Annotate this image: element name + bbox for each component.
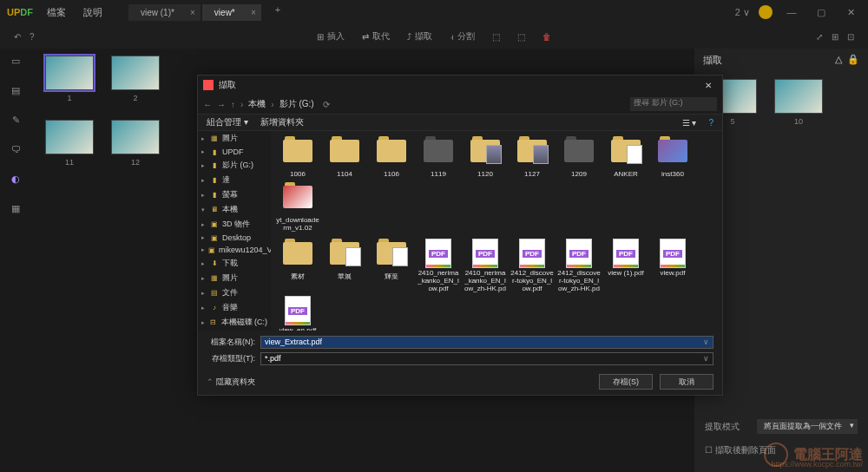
mode-select[interactable]: 將頁面提取為一個文件	[757, 419, 858, 434]
page-thumb[interactable]: 1	[45, 56, 94, 102]
left-thumb-panel: 121112	[31, 49, 214, 472]
view-icon-3[interactable]: ⊡	[847, 32, 854, 42]
folder-item[interactable]: 1209	[557, 136, 601, 179]
hide-folders-toggle[interactable]: 隱藏資料夾	[207, 377, 255, 388]
view-icon-2[interactable]: ⊞	[832, 32, 838, 42]
tool-icon-1[interactable]: ⬚	[492, 32, 500, 42]
file-item[interactable]: PDF2410_nerima_kanko_EN_low.pdf	[417, 239, 460, 292]
page-thumb[interactable]: 2	[111, 56, 160, 102]
menu-file[interactable]: 檔案	[47, 6, 66, 19]
undo-icon[interactable]: ↶	[14, 32, 21, 42]
tree-item[interactable]: ▸▦圖片	[198, 131, 271, 146]
filetype-select[interactable]: *.pdf∨	[260, 352, 713, 365]
organize-button[interactable]: 組合管理 ▾	[207, 116, 248, 128]
nav-up-button[interactable]: ↑	[231, 100, 235, 109]
sidebar-tool-2[interactable]: ▤	[9, 85, 23, 99]
page-thumb[interactable]: 11	[45, 120, 94, 167]
tree-item[interactable]: ▸⬇下載	[198, 256, 271, 271]
tree-item[interactable]: ▸▦圖片	[198, 271, 271, 285]
tab-view1[interactable]: view (1)*×	[128, 4, 201, 21]
tree-item[interactable]: ▸▮達	[198, 173, 271, 187]
view-mode-button[interactable]: ☰ ▾	[682, 118, 697, 128]
folder-tree[interactable]: ▸▦圖片▸▮UPDF▸▮影片 (G:)▸▮達▸▮螢幕▾🖥本機▸▣3D 物件▸▣D…	[198, 131, 271, 331]
app-logo: UPDF	[7, 7, 33, 17]
folder-item[interactable]: 素材	[276, 239, 319, 292]
nav-fwd-button[interactable]: →	[217, 100, 226, 109]
tree-item[interactable]: ▸▮螢幕	[198, 187, 271, 202]
right-panel-header: 擷取 △ 🔒	[694, 49, 868, 72]
document-tabs: view (1)*× view*× +	[128, 4, 286, 21]
dialog-titlebar: 擷取 ✕	[198, 75, 722, 95]
folder-item[interactable]: 1006	[276, 136, 319, 179]
close-icon[interactable]: ×	[251, 8, 256, 17]
tab-view[interactable]: view*×	[202, 4, 261, 21]
tree-item[interactable]: ▸⊟本機磁碟 (C:)	[198, 315, 271, 330]
page-thumb[interactable]: 12	[111, 120, 160, 167]
folder-item[interactable]: inst360	[651, 136, 694, 179]
tree-item[interactable]: ▾🖥本機	[198, 202, 271, 217]
version-label[interactable]: 2 ∨	[735, 7, 750, 18]
search-input[interactable]: 搜尋 影片 (G:)	[630, 97, 717, 111]
folder-item[interactable]: yt_downloaderm_v1.02	[276, 182, 319, 233]
dialog-toolbar: 組合管理 ▾ 新增資料夾 ☰ ▾ ?	[198, 114, 722, 131]
folder-item[interactable]: 1119	[417, 136, 460, 179]
close-icon[interactable]: ×	[190, 8, 195, 17]
help-button[interactable]: ?	[708, 118, 713, 128]
tree-item[interactable]: ▸♪音樂	[198, 300, 271, 315]
tree-item[interactable]: ▸▣3D 物件	[198, 217, 271, 232]
file-item[interactable]: PDF2410_nerima_kanko_EN_low_zh-HK.pdf	[464, 239, 507, 292]
folder-item[interactable]: 1120	[464, 136, 507, 179]
nav-back-button[interactable]: ←	[203, 100, 212, 109]
folder-item[interactable]: 1127	[510, 136, 554, 179]
mode-label: 提取模式	[705, 421, 740, 433]
insert-button[interactable]: ⊞ 插入	[317, 30, 345, 43]
extract-button[interactable]: ⤴ 擷取	[407, 30, 432, 43]
sidebar-tool-1[interactable]: ▭	[9, 56, 23, 69]
file-item[interactable]: PDF2412_discover-tokyo_EN_low_zh-HK.pdf	[557, 239, 601, 292]
replace-button[interactable]: ⇄ 取代	[362, 30, 390, 43]
help-icon[interactable]: ?	[30, 32, 35, 42]
breadcrumb-root[interactable]: 本機	[248, 98, 266, 110]
file-item[interactable]: PDFview_en.pdf	[276, 296, 319, 331]
close-button[interactable]: ✕	[840, 7, 861, 18]
tool-icon-2[interactable]: ⬚	[517, 32, 525, 42]
view-icon-1[interactable]: ⤢	[816, 32, 823, 42]
refresh-button[interactable]: ⟳	[323, 100, 330, 109]
split-button[interactable]: ⫞ 分割	[450, 30, 475, 43]
avatar[interactable]	[759, 5, 773, 19]
sidebar-tool-4[interactable]: 🗨	[9, 144, 23, 158]
cancel-button[interactable]: 取消	[660, 374, 713, 390]
filename-input[interactable]: view_Extract.pdf∨	[260, 336, 713, 349]
dialog-close-button[interactable]: ✕	[700, 81, 717, 90]
tree-item[interactable]: ▸▤文件	[198, 285, 271, 300]
folder-item[interactable]: 1104	[323, 136, 366, 179]
sidebar-tool-5[interactable]: ◐	[9, 174, 23, 187]
lock-icon[interactable]: 🔒	[847, 54, 859, 64]
tree-item[interactable]: ▸▣Desktop	[198, 232, 271, 244]
tab-add-button[interactable]: +	[270, 4, 286, 21]
breadcrumb-current[interactable]: 影片 (G:)	[279, 98, 314, 110]
file-item[interactable]: PDFview (1).pdf	[604, 239, 648, 292]
watermark: 電腦王阿達 https://www.kocpc.com.tw/	[764, 442, 863, 467]
maximize-button[interactable]: ▢	[811, 7, 832, 18]
save-button[interactable]: 存檔(S)	[599, 374, 653, 390]
minimize-button[interactable]: —	[781, 7, 802, 17]
folder-item[interactable]: 1106	[370, 136, 413, 179]
menu-help[interactable]: 說明	[83, 6, 102, 19]
new-folder-button[interactable]: 新增資料夾	[260, 116, 304, 128]
tree-item[interactable]: ▸▮影片 (G:)	[198, 158, 271, 173]
app-icon	[203, 80, 214, 90]
tree-item[interactable]: ▸▣mikewu1204_V	[198, 244, 271, 256]
sidebar-tool-3[interactable]: ✎	[9, 115, 23, 128]
sidebar-tool-6[interactable]: ▦	[9, 203, 23, 217]
delete-button[interactable]: 🗑	[542, 32, 551, 42]
folder-item[interactable]: 華展	[323, 239, 366, 292]
share-icon[interactable]: △	[835, 54, 842, 64]
file-item[interactable]: PDF2412_discover-tokyo_EN_low.pdf	[510, 239, 554, 292]
dialog-nav: ← → ↑ › 本機 › 影片 (G:) ⟳ 搜尋 影片 (G:)	[198, 95, 722, 114]
page-thumb[interactable]: 10	[774, 79, 823, 126]
tree-item[interactable]: ▸▮UPDF	[198, 146, 271, 158]
file-item[interactable]: PDFview.pdf	[651, 239, 694, 292]
folder-item[interactable]: 輝葉	[370, 239, 413, 292]
folder-item[interactable]: ANKER	[604, 136, 648, 179]
